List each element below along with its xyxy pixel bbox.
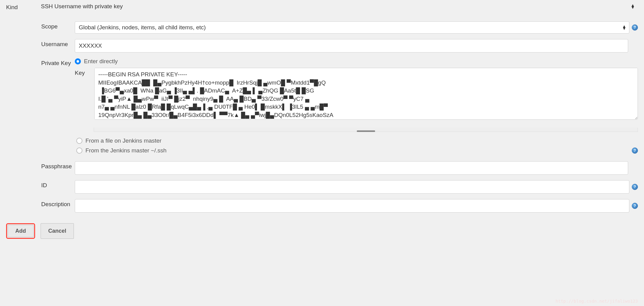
scope-select-value: Global (Jenkins, nodes, items, all child…	[75, 21, 629, 34]
help-icon[interactable]: ?	[632, 184, 638, 190]
add-button-highlight: Add	[6, 223, 35, 239]
help-icon[interactable]: ?	[632, 148, 638, 154]
radio-from-file-label: From a file on Jenkins master	[85, 137, 161, 144]
description-input[interactable]	[75, 199, 629, 213]
help-icon[interactable]: ?	[632, 24, 638, 31]
radio-from-ssh[interactable]	[76, 148, 82, 154]
kind-select-value: SSH Username with private key	[40, 1, 638, 12]
private-key-label: Private Key	[41, 58, 75, 67]
add-button[interactable]: Add	[8, 225, 34, 237]
scope-label: Scope	[41, 21, 75, 30]
passphrase-input[interactable]	[75, 161, 628, 175]
scope-select[interactable]: Global (Jenkins, nodes, items, all child…	[75, 21, 629, 34]
kind-select[interactable]: SSH Username with private key ▲▼	[40, 1, 638, 12]
kind-label: Kind	[6, 2, 40, 11]
radio-enter-directly[interactable]	[75, 58, 81, 64]
cancel-button[interactable]: Cancel	[41, 223, 74, 239]
username-label: Username	[41, 39, 75, 48]
radio-from-ssh-label: From the Jenkins master ~/.ssh	[85, 147, 167, 154]
passphrase-label: Passphrase	[41, 161, 75, 170]
help-icon[interactable]: ?	[632, 203, 638, 209]
radio-from-file[interactable]	[76, 138, 82, 144]
radio-enter-directly-label: Enter directly	[84, 58, 118, 65]
key-label: Key	[75, 68, 91, 76]
id-label: ID	[41, 180, 75, 189]
username-input[interactable]	[75, 39, 628, 53]
resize-separator[interactable]	[94, 128, 638, 132]
key-textarea[interactable]	[94, 68, 638, 120]
description-label: Description	[41, 199, 75, 208]
id-input[interactable]	[75, 180, 629, 194]
